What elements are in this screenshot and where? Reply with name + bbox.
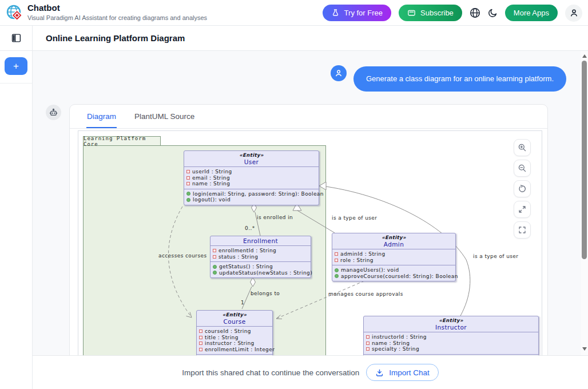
class-admin[interactable]: «Entity» Admin adminId : String role : S…: [332, 233, 456, 281]
scroll-up-arrow[interactable]: [582, 54, 587, 58]
bot-avatar: [46, 105, 61, 120]
tab-plantuml-source[interactable]: PlantUML Source: [134, 112, 195, 128]
class-instructor-header: «Entity» Instructor: [364, 316, 538, 332]
method: getStatus() : String: [219, 264, 273, 270]
private-attribute-icon: [186, 170, 190, 173]
class-course-attributes: courseId : String title : String instruc…: [197, 327, 272, 355]
import-chat-button[interactable]: Import Chat: [366, 364, 439, 381]
visual-paradigm-logo-icon: [6, 4, 23, 22]
edge-label-admin-is-a-type-of-user: is a type of user: [332, 215, 377, 221]
class-instructor[interactable]: «Entity» Instructor instructorId : Strin…: [363, 316, 539, 355]
stereotype: «Entity»: [335, 235, 453, 241]
private-attribute-icon: [213, 249, 216, 252]
diagram-viewport[interactable]: Learning Platform Core: [78, 130, 542, 355]
attribute: name : String: [372, 340, 410, 347]
reset-view-button[interactable]: [514, 180, 531, 197]
scroll-down-arrow[interactable]: [582, 347, 587, 351]
attribute: courseId : String: [205, 328, 251, 335]
private-attribute-icon: [199, 336, 202, 339]
private-attribute-icon: [186, 176, 190, 180]
method: login(email: String, password: String): …: [193, 191, 324, 197]
expand-button[interactable]: [514, 201, 531, 218]
public-method-icon: [335, 268, 339, 272]
dark-mode-moon-icon[interactable]: [488, 8, 498, 18]
vertical-scrollbar: [581, 51, 588, 355]
app-title: Chatbot: [27, 3, 207, 13]
header-actions: Try for Free Subscribe More Apps: [323, 0, 582, 26]
attribute: instructorId : String: [372, 334, 427, 340]
public-method-icon: [213, 265, 217, 269]
class-user-attributes: userId : String email : String name : St…: [184, 167, 319, 189]
sidebar-divider: [0, 83, 32, 84]
class-admin-header: «Entity» Admin: [332, 233, 455, 249]
flask-icon: [331, 9, 340, 17]
more-apps-button[interactable]: More Apps: [505, 5, 558, 21]
attribute: instructor : String: [205, 340, 255, 347]
class-admin-attributes: adminId : String role : String: [332, 249, 455, 265]
tab-plantuml-label: PlantUML Source: [134, 112, 194, 121]
zoom-out-button[interactable]: [514, 160, 531, 177]
method: logout(): void: [193, 197, 231, 203]
import-bar: Import this shared chat to continue the …: [33, 355, 588, 389]
private-attribute-icon: [186, 182, 190, 185]
diagram-card: Diagram PlantUML Source Learning Platfor…: [69, 104, 548, 355]
class-name: Instructor: [366, 324, 536, 331]
class-enrollment[interactable]: Enrollment enrollmentId : String status …: [210, 236, 311, 278]
edge-label-instructor-is-a-type-of-user: is a type of user: [473, 253, 518, 259]
class-user-header: «Entity» User: [184, 151, 319, 167]
app-subtitle: Visual Paradigm AI Assistant for creatin…: [27, 14, 207, 22]
chat-content: Generate a class diagram for an online l…: [33, 51, 588, 355]
fullscreen-button[interactable]: [514, 221, 531, 239]
private-attribute-icon: [199, 330, 202, 333]
public-method-icon: [335, 274, 339, 278]
private-attribute-icon: [199, 342, 202, 345]
try-for-free-button[interactable]: Try for Free: [323, 5, 391, 21]
subscribe-button[interactable]: Subscribe: [399, 5, 462, 21]
app-titles: Chatbot Visual Paradigm AI Assistant for…: [27, 3, 207, 22]
private-attribute-icon: [366, 347, 370, 351]
private-attribute-icon: [213, 255, 216, 259]
class-name: Enrollment: [213, 237, 308, 245]
public-method-icon: [186, 192, 190, 196]
attribute: userId : String: [192, 169, 232, 175]
sidebar-toggle-icon[interactable]: [11, 33, 21, 43]
scrollbar-thumb[interactable]: [582, 61, 587, 259]
page-titlebar: Online Learning Platform Diagram: [33, 26, 588, 51]
sidebar: +: [0, 26, 33, 389]
attribute: adminId : String: [340, 251, 386, 257]
edge-label-accesses-courses: accesses courses: [158, 253, 207, 259]
class-user[interactable]: «Entity» User userId : String email : St…: [184, 150, 319, 205]
tab-diagram[interactable]: Diagram: [86, 112, 117, 128]
edge-multiplicity-0-many: 0..*: [245, 225, 255, 231]
more-apps-label: More Apps: [514, 9, 549, 17]
class-course[interactable]: «Entity» Course courseId : String title …: [196, 310, 273, 355]
new-chat-button[interactable]: +: [5, 57, 27, 75]
private-attribute-icon: [335, 252, 338, 256]
attribute: email : String: [192, 175, 230, 181]
attribute: enrollmentLimit : Integer: [205, 347, 275, 353]
edge-label-belongs-to: belongs to: [251, 291, 280, 296]
class-instructor-attributes: instructorId : String name : String spec…: [364, 332, 538, 355]
class-name: Admin: [335, 241, 453, 248]
attribute: name : String: [192, 181, 230, 187]
attribute: title : String: [205, 335, 239, 341]
method: manageUsers(): void: [341, 267, 399, 273]
private-attribute-icon: [335, 259, 338, 262]
method: approveCourse(courseId: String): Boolean: [341, 273, 458, 280]
page-title: Online Learning Platform Diagram: [46, 33, 185, 43]
plus-icon: +: [13, 61, 19, 72]
public-method-icon: [213, 271, 217, 275]
method: updateStatus(newStatus : String): [219, 270, 312, 276]
edge-label-is-enrolled-in: is enrolled in: [257, 215, 293, 220]
stereotype: «Entity»: [186, 152, 316, 158]
language-globe-icon[interactable]: [470, 7, 480, 18]
app-root: Chatbot Visual Paradigm AI Assistant for…: [0, 0, 588, 389]
edge-label-manages-course-approvals: manages course approvals: [328, 291, 403, 297]
class-user-methods: login(email: String, password: String): …: [184, 189, 319, 205]
private-attribute-icon: [366, 342, 370, 345]
zoom-in-button[interactable]: [514, 139, 531, 156]
attribute: role : String: [340, 257, 374, 264]
account-avatar[interactable]: [565, 5, 582, 22]
edge-multiplicity-1: 1: [241, 300, 244, 305]
subscribe-label: Subscribe: [420, 9, 454, 17]
